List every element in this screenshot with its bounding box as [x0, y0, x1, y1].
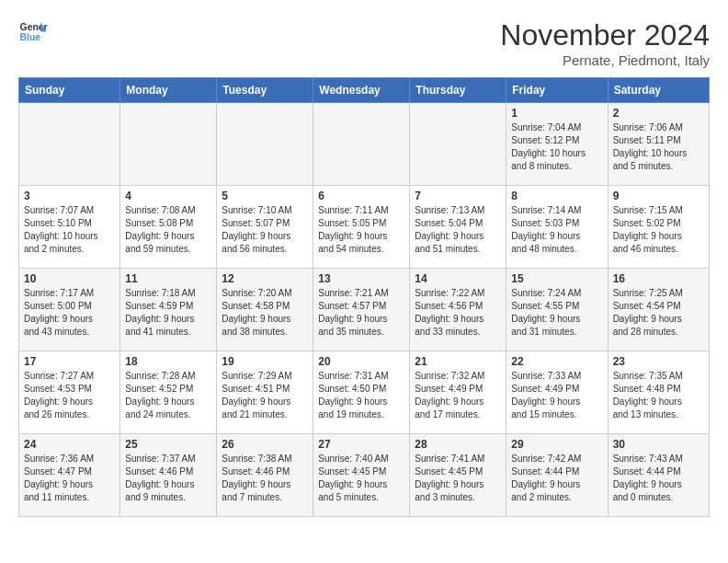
calendar-cell: 26Sunrise: 7:38 AM Sunset: 4:46 PM Dayli…	[217, 434, 313, 517]
calendar-week-4: 17Sunrise: 7:27 AM Sunset: 4:53 PM Dayli…	[19, 351, 710, 434]
day-info: Sunrise: 7:38 AM Sunset: 4:46 PM Dayligh…	[222, 453, 308, 504]
svg-text:Blue: Blue	[20, 32, 41, 42]
calendar-table: SundayMondayTuesdayWednesdayThursdayFrid…	[18, 77, 710, 517]
weekday-header-wednesday: Wednesday	[313, 78, 410, 103]
calendar-cell: 11Sunrise: 7:18 AM Sunset: 4:59 PM Dayli…	[120, 269, 217, 351]
calendar-cell: 22Sunrise: 7:33 AM Sunset: 4:49 PM Dayli…	[506, 351, 608, 434]
day-number: 9	[613, 190, 704, 202]
calendar-cell: 10Sunrise: 7:17 AM Sunset: 5:00 PM Dayli…	[19, 269, 120, 351]
calendar-cell: 28Sunrise: 7:41 AM Sunset: 4:45 PM Dayli…	[410, 434, 506, 517]
calendar-cell	[120, 103, 217, 186]
month-title: November 2024	[500, 18, 710, 52]
day-number: 2	[613, 107, 704, 120]
day-info: Sunrise: 7:13 AM Sunset: 5:04 PM Dayligh…	[415, 204, 501, 256]
day-number: 16	[613, 272, 704, 285]
day-number: 10	[24, 272, 115, 285]
calendar-cell: 19Sunrise: 7:29 AM Sunset: 4:51 PM Dayli…	[217, 351, 313, 434]
day-info: Sunrise: 7:25 AM Sunset: 4:54 PM Dayligh…	[613, 287, 704, 339]
calendar-cell	[217, 103, 313, 186]
day-number: 25	[125, 438, 211, 451]
day-number: 24	[24, 438, 115, 451]
calendar-cell: 23Sunrise: 7:35 AM Sunset: 4:48 PM Dayli…	[608, 351, 709, 434]
day-info: Sunrise: 7:28 AM Sunset: 4:52 PM Dayligh…	[125, 370, 211, 421]
calendar-cell: 7Sunrise: 7:13 AM Sunset: 5:04 PM Daylig…	[410, 186, 506, 269]
day-info: Sunrise: 7:33 AM Sunset: 4:49 PM Dayligh…	[511, 370, 602, 421]
calendar-week-2: 3Sunrise: 7:07 AM Sunset: 5:10 PM Daylig…	[19, 186, 710, 269]
calendar-cell: 4Sunrise: 7:08 AM Sunset: 5:08 PM Daylig…	[120, 186, 217, 269]
day-info: Sunrise: 7:31 AM Sunset: 4:50 PM Dayligh…	[318, 370, 404, 421]
calendar-cell	[313, 103, 410, 186]
day-info: Sunrise: 7:20 AM Sunset: 4:58 PM Dayligh…	[222, 287, 308, 339]
day-number: 13	[318, 272, 404, 285]
weekday-header-tuesday: Tuesday	[217, 78, 313, 103]
day-info: Sunrise: 7:17 AM Sunset: 5:00 PM Dayligh…	[24, 287, 115, 339]
day-info: Sunrise: 7:27 AM Sunset: 4:53 PM Dayligh…	[24, 370, 115, 421]
day-info: Sunrise: 7:15 AM Sunset: 5:02 PM Dayligh…	[613, 204, 704, 256]
day-info: Sunrise: 7:29 AM Sunset: 4:51 PM Dayligh…	[222, 370, 308, 421]
day-number: 23	[613, 355, 704, 368]
day-info: Sunrise: 7:22 AM Sunset: 4:56 PM Dayligh…	[415, 287, 501, 339]
day-info: Sunrise: 7:36 AM Sunset: 4:47 PM Dayligh…	[24, 453, 115, 504]
day-number: 11	[125, 272, 211, 285]
calendar-week-1: 1Sunrise: 7:04 AM Sunset: 5:12 PM Daylig…	[19, 103, 710, 186]
day-info: Sunrise: 7:06 AM Sunset: 5:11 PM Dayligh…	[613, 121, 704, 173]
calendar-cell: 12Sunrise: 7:20 AM Sunset: 4:58 PM Dayli…	[217, 269, 313, 351]
weekday-header-sunday: Sunday	[19, 78, 120, 103]
calendar-cell: 27Sunrise: 7:40 AM Sunset: 4:45 PM Dayli…	[313, 434, 410, 517]
calendar-cell: 13Sunrise: 7:21 AM Sunset: 4:57 PM Dayli…	[313, 269, 410, 351]
logo: General Blue	[18, 18, 48, 44]
calendar-cell: 20Sunrise: 7:31 AM Sunset: 4:50 PM Dayli…	[313, 351, 410, 434]
calendar-cell: 6Sunrise: 7:11 AM Sunset: 5:05 PM Daylig…	[313, 186, 410, 269]
calendar-cell: 17Sunrise: 7:27 AM Sunset: 4:53 PM Dayli…	[19, 351, 120, 434]
day-number: 21	[415, 355, 501, 368]
day-info: Sunrise: 7:18 AM Sunset: 4:59 PM Dayligh…	[125, 287, 211, 339]
calendar-cell: 25Sunrise: 7:37 AM Sunset: 4:46 PM Dayli…	[120, 434, 217, 517]
calendar-cell: 16Sunrise: 7:25 AM Sunset: 4:54 PM Dayli…	[608, 269, 709, 351]
calendar-cell: 5Sunrise: 7:10 AM Sunset: 5:07 PM Daylig…	[217, 186, 313, 269]
calendar-cell: 8Sunrise: 7:14 AM Sunset: 5:03 PM Daylig…	[506, 186, 608, 269]
day-info: Sunrise: 7:08 AM Sunset: 5:08 PM Dayligh…	[125, 204, 211, 256]
weekday-header-row: SundayMondayTuesdayWednesdayThursdayFrid…	[19, 78, 710, 103]
day-number: 19	[222, 355, 308, 368]
day-info: Sunrise: 7:42 AM Sunset: 4:44 PM Dayligh…	[511, 453, 602, 504]
day-number: 14	[415, 272, 501, 285]
day-info: Sunrise: 7:37 AM Sunset: 4:46 PM Dayligh…	[125, 453, 211, 504]
calendar-cell: 14Sunrise: 7:22 AM Sunset: 4:56 PM Dayli…	[410, 269, 506, 351]
calendar-cell	[19, 103, 120, 186]
day-info: Sunrise: 7:41 AM Sunset: 4:45 PM Dayligh…	[415, 453, 501, 504]
day-number: 20	[318, 355, 404, 368]
day-number: 22	[511, 355, 602, 368]
calendar-cell: 9Sunrise: 7:15 AM Sunset: 5:02 PM Daylig…	[608, 186, 709, 269]
calendar-cell: 3Sunrise: 7:07 AM Sunset: 5:10 PM Daylig…	[19, 186, 120, 269]
day-number: 18	[125, 355, 211, 368]
day-info: Sunrise: 7:07 AM Sunset: 5:10 PM Dayligh…	[24, 204, 115, 256]
day-info: Sunrise: 7:35 AM Sunset: 4:48 PM Dayligh…	[613, 370, 704, 421]
day-number: 12	[222, 272, 308, 285]
day-info: Sunrise: 7:32 AM Sunset: 4:49 PM Dayligh…	[415, 370, 501, 421]
day-number: 15	[511, 272, 602, 285]
weekday-header-saturday: Saturday	[608, 78, 709, 103]
day-number: 29	[511, 438, 602, 451]
day-info: Sunrise: 7:40 AM Sunset: 4:45 PM Dayligh…	[318, 453, 404, 504]
day-number: 17	[24, 355, 115, 368]
day-number: 4	[125, 190, 211, 202]
logo-icon: General Blue	[18, 18, 48, 44]
calendar-cell: 21Sunrise: 7:32 AM Sunset: 4:49 PM Dayli…	[410, 351, 506, 434]
calendar-cell: 2Sunrise: 7:06 AM Sunset: 5:11 PM Daylig…	[608, 103, 709, 186]
calendar-cell: 24Sunrise: 7:36 AM Sunset: 4:47 PM Dayli…	[19, 434, 120, 517]
day-info: Sunrise: 7:11 AM Sunset: 5:05 PM Dayligh…	[318, 204, 404, 256]
weekday-header-monday: Monday	[120, 78, 217, 103]
day-number: 28	[415, 438, 501, 451]
weekday-header-friday: Friday	[506, 78, 608, 103]
day-number: 30	[613, 438, 704, 451]
day-number: 6	[318, 190, 404, 202]
calendar-week-5: 24Sunrise: 7:36 AM Sunset: 4:47 PM Dayli…	[19, 434, 710, 517]
calendar-cell: 29Sunrise: 7:42 AM Sunset: 4:44 PM Dayli…	[506, 434, 608, 517]
location: Pernate, Piedmont, Italy	[500, 52, 710, 68]
calendar-cell: 18Sunrise: 7:28 AM Sunset: 4:52 PM Dayli…	[120, 351, 217, 434]
day-number: 5	[222, 190, 308, 202]
day-info: Sunrise: 7:14 AM Sunset: 5:03 PM Dayligh…	[511, 204, 602, 256]
day-info: Sunrise: 7:04 AM Sunset: 5:12 PM Dayligh…	[511, 121, 602, 173]
day-info: Sunrise: 7:24 AM Sunset: 4:55 PM Dayligh…	[511, 287, 602, 339]
day-number: 27	[318, 438, 404, 451]
